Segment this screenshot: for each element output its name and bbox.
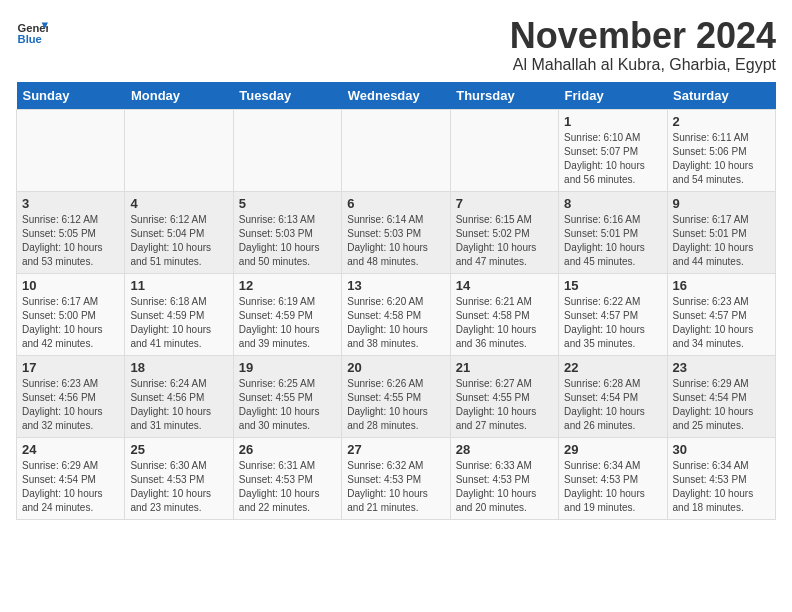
day-number: 18: [130, 360, 227, 375]
day-info: Sunrise: 6:14 AM Sunset: 5:03 PM Dayligh…: [347, 213, 444, 269]
calendar-week-5: 24Sunrise: 6:29 AM Sunset: 4:54 PM Dayli…: [17, 437, 776, 519]
day-info: Sunrise: 6:10 AM Sunset: 5:07 PM Dayligh…: [564, 131, 661, 187]
day-info: Sunrise: 6:17 AM Sunset: 5:00 PM Dayligh…: [22, 295, 119, 351]
calendar-body: 1Sunrise: 6:10 AM Sunset: 5:07 PM Daylig…: [17, 109, 776, 519]
day-number: 27: [347, 442, 444, 457]
day-number: 28: [456, 442, 553, 457]
calendar-cell: 26Sunrise: 6:31 AM Sunset: 4:53 PM Dayli…: [233, 437, 341, 519]
calendar-cell: [233, 109, 341, 191]
calendar-cell: 16Sunrise: 6:23 AM Sunset: 4:57 PM Dayli…: [667, 273, 775, 355]
calendar-cell: 2Sunrise: 6:11 AM Sunset: 5:06 PM Daylig…: [667, 109, 775, 191]
calendar-cell: 28Sunrise: 6:33 AM Sunset: 4:53 PM Dayli…: [450, 437, 558, 519]
logo: General Blue: [16, 16, 48, 48]
header-friday: Friday: [559, 82, 667, 110]
day-number: 26: [239, 442, 336, 457]
day-number: 22: [564, 360, 661, 375]
day-info: Sunrise: 6:23 AM Sunset: 4:56 PM Dayligh…: [22, 377, 119, 433]
calendar-cell: 20Sunrise: 6:26 AM Sunset: 4:55 PM Dayli…: [342, 355, 450, 437]
day-info: Sunrise: 6:24 AM Sunset: 4:56 PM Dayligh…: [130, 377, 227, 433]
header-saturday: Saturday: [667, 82, 775, 110]
header-thursday: Thursday: [450, 82, 558, 110]
day-number: 19: [239, 360, 336, 375]
header-sunday: Sunday: [17, 82, 125, 110]
day-info: Sunrise: 6:23 AM Sunset: 4:57 PM Dayligh…: [673, 295, 770, 351]
calendar-cell: 19Sunrise: 6:25 AM Sunset: 4:55 PM Dayli…: [233, 355, 341, 437]
day-info: Sunrise: 6:22 AM Sunset: 4:57 PM Dayligh…: [564, 295, 661, 351]
day-number: 14: [456, 278, 553, 293]
day-number: 9: [673, 196, 770, 211]
calendar-cell: 15Sunrise: 6:22 AM Sunset: 4:57 PM Dayli…: [559, 273, 667, 355]
day-info: Sunrise: 6:29 AM Sunset: 4:54 PM Dayligh…: [673, 377, 770, 433]
day-number: 30: [673, 442, 770, 457]
location-title: Al Mahallah al Kubra, Gharbia, Egypt: [510, 56, 776, 74]
day-info: Sunrise: 6:33 AM Sunset: 4:53 PM Dayligh…: [456, 459, 553, 515]
calendar-cell: 30Sunrise: 6:34 AM Sunset: 4:53 PM Dayli…: [667, 437, 775, 519]
calendar-table: SundayMondayTuesdayWednesdayThursdayFrid…: [16, 82, 776, 520]
day-number: 1: [564, 114, 661, 129]
calendar-cell: 25Sunrise: 6:30 AM Sunset: 4:53 PM Dayli…: [125, 437, 233, 519]
day-info: Sunrise: 6:19 AM Sunset: 4:59 PM Dayligh…: [239, 295, 336, 351]
calendar-cell: 9Sunrise: 6:17 AM Sunset: 5:01 PM Daylig…: [667, 191, 775, 273]
calendar-cell: 1Sunrise: 6:10 AM Sunset: 5:07 PM Daylig…: [559, 109, 667, 191]
calendar-cell: 14Sunrise: 6:21 AM Sunset: 4:58 PM Dayli…: [450, 273, 558, 355]
logo-icon: General Blue: [16, 16, 48, 48]
calendar-cell: 29Sunrise: 6:34 AM Sunset: 4:53 PM Dayli…: [559, 437, 667, 519]
calendar-cell: 27Sunrise: 6:32 AM Sunset: 4:53 PM Dayli…: [342, 437, 450, 519]
day-number: 6: [347, 196, 444, 211]
calendar-cell: [450, 109, 558, 191]
month-title: November 2024: [510, 16, 776, 56]
day-number: 21: [456, 360, 553, 375]
calendar-cell: 4Sunrise: 6:12 AM Sunset: 5:04 PM Daylig…: [125, 191, 233, 273]
calendar-cell: [125, 109, 233, 191]
header-tuesday: Tuesday: [233, 82, 341, 110]
calendar-header-row: SundayMondayTuesdayWednesdayThursdayFrid…: [17, 82, 776, 110]
day-number: 20: [347, 360, 444, 375]
day-info: Sunrise: 6:21 AM Sunset: 4:58 PM Dayligh…: [456, 295, 553, 351]
day-number: 29: [564, 442, 661, 457]
day-info: Sunrise: 6:32 AM Sunset: 4:53 PM Dayligh…: [347, 459, 444, 515]
day-number: 12: [239, 278, 336, 293]
header-wednesday: Wednesday: [342, 82, 450, 110]
header-monday: Monday: [125, 82, 233, 110]
page-header: General Blue November 2024 Al Mahallah a…: [16, 16, 776, 74]
day-number: 16: [673, 278, 770, 293]
day-number: 7: [456, 196, 553, 211]
calendar-week-1: 1Sunrise: 6:10 AM Sunset: 5:07 PM Daylig…: [17, 109, 776, 191]
day-info: Sunrise: 6:17 AM Sunset: 5:01 PM Dayligh…: [673, 213, 770, 269]
day-number: 2: [673, 114, 770, 129]
calendar-cell: 8Sunrise: 6:16 AM Sunset: 5:01 PM Daylig…: [559, 191, 667, 273]
day-number: 10: [22, 278, 119, 293]
calendar-cell: 13Sunrise: 6:20 AM Sunset: 4:58 PM Dayli…: [342, 273, 450, 355]
calendar-cell: 21Sunrise: 6:27 AM Sunset: 4:55 PM Dayli…: [450, 355, 558, 437]
calendar-week-2: 3Sunrise: 6:12 AM Sunset: 5:05 PM Daylig…: [17, 191, 776, 273]
day-info: Sunrise: 6:34 AM Sunset: 4:53 PM Dayligh…: [673, 459, 770, 515]
calendar-title-area: November 2024 Al Mahallah al Kubra, Ghar…: [510, 16, 776, 74]
day-info: Sunrise: 6:31 AM Sunset: 4:53 PM Dayligh…: [239, 459, 336, 515]
day-info: Sunrise: 6:27 AM Sunset: 4:55 PM Dayligh…: [456, 377, 553, 433]
day-info: Sunrise: 6:26 AM Sunset: 4:55 PM Dayligh…: [347, 377, 444, 433]
calendar-cell: 23Sunrise: 6:29 AM Sunset: 4:54 PM Dayli…: [667, 355, 775, 437]
day-info: Sunrise: 6:13 AM Sunset: 5:03 PM Dayligh…: [239, 213, 336, 269]
day-number: 15: [564, 278, 661, 293]
day-number: 3: [22, 196, 119, 211]
calendar-cell: 6Sunrise: 6:14 AM Sunset: 5:03 PM Daylig…: [342, 191, 450, 273]
day-number: 17: [22, 360, 119, 375]
calendar-cell: 7Sunrise: 6:15 AM Sunset: 5:02 PM Daylig…: [450, 191, 558, 273]
day-info: Sunrise: 6:34 AM Sunset: 4:53 PM Dayligh…: [564, 459, 661, 515]
day-number: 11: [130, 278, 227, 293]
calendar-cell: 12Sunrise: 6:19 AM Sunset: 4:59 PM Dayli…: [233, 273, 341, 355]
calendar-cell: [17, 109, 125, 191]
calendar-cell: 10Sunrise: 6:17 AM Sunset: 5:00 PM Dayli…: [17, 273, 125, 355]
day-number: 23: [673, 360, 770, 375]
day-info: Sunrise: 6:12 AM Sunset: 5:04 PM Dayligh…: [130, 213, 227, 269]
calendar-cell: 24Sunrise: 6:29 AM Sunset: 4:54 PM Dayli…: [17, 437, 125, 519]
calendar-week-4: 17Sunrise: 6:23 AM Sunset: 4:56 PM Dayli…: [17, 355, 776, 437]
day-info: Sunrise: 6:28 AM Sunset: 4:54 PM Dayligh…: [564, 377, 661, 433]
day-info: Sunrise: 6:16 AM Sunset: 5:01 PM Dayligh…: [564, 213, 661, 269]
day-number: 24: [22, 442, 119, 457]
day-info: Sunrise: 6:29 AM Sunset: 4:54 PM Dayligh…: [22, 459, 119, 515]
day-number: 8: [564, 196, 661, 211]
calendar-cell: 11Sunrise: 6:18 AM Sunset: 4:59 PM Dayli…: [125, 273, 233, 355]
day-info: Sunrise: 6:25 AM Sunset: 4:55 PM Dayligh…: [239, 377, 336, 433]
day-info: Sunrise: 6:12 AM Sunset: 5:05 PM Dayligh…: [22, 213, 119, 269]
